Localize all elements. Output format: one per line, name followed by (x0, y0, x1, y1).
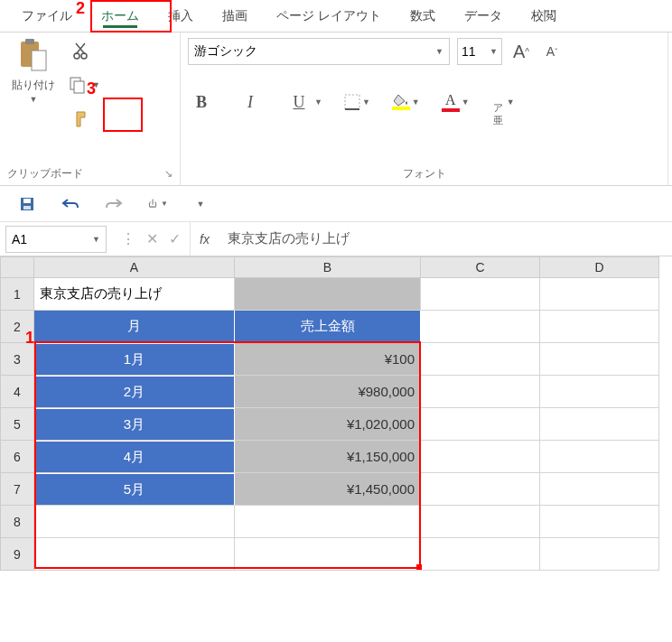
cancel-icon[interactable]: ✕ (146, 230, 158, 247)
cell-A1[interactable]: 東京支店の売り上げ (34, 278, 235, 311)
tab-insert[interactable]: 挿入 (154, 3, 208, 30)
cell-C7[interactable] (421, 473, 540, 506)
cell-B4[interactable]: ¥980,000 (235, 376, 421, 408)
cell-A5[interactable]: 3月 (34, 408, 235, 441)
border-button[interactable]: ▼ (344, 94, 370, 110)
cell-C4[interactable] (421, 376, 540, 408)
chevron-down-icon[interactable]: ▼ (314, 98, 322, 107)
cell-A8[interactable] (34, 506, 235, 538)
cell-D3[interactable] (540, 343, 659, 376)
redo-button[interactable] (103, 193, 125, 215)
svg-rect-6 (74, 81, 84, 93)
tab-draw[interactable]: 描画 (208, 3, 262, 30)
increase-font-button[interactable]: A^ (509, 40, 533, 63)
row-header-9[interactable]: 9 (0, 538, 34, 571)
accept-icon[interactable]: ✓ (169, 230, 181, 247)
cell-C2[interactable] (421, 311, 540, 343)
cell-D2[interactable] (540, 311, 659, 343)
cell-C1[interactable] (421, 278, 540, 311)
phonetic-icon: ア亜 (491, 97, 505, 108)
svg-rect-11 (23, 206, 31, 209)
cell-C8[interactable] (421, 506, 540, 538)
border-icon (344, 94, 360, 110)
chevron-down-icon[interactable]: ▼ (507, 98, 515, 107)
chevron-down-icon[interactable]: ▼ (412, 98, 420, 107)
chevron-down-icon: ▼ (435, 47, 443, 56)
row-header-4[interactable]: 4 (0, 376, 34, 408)
ribbon: 貼り付け ▼ ▼ クリップボード ↘ (0, 33, 672, 186)
tab-file[interactable]: ファイル (7, 3, 87, 30)
font-color-icon: A (442, 92, 460, 112)
cell-A2[interactable]: 月 (34, 311, 235, 343)
bold-button[interactable]: B (188, 88, 215, 116)
cell-B8[interactable] (235, 506, 421, 538)
chevron-down-icon[interactable]: ▼ (362, 98, 370, 107)
cell-B3[interactable]: ¥100 (235, 343, 421, 376)
cell-D7[interactable] (540, 473, 659, 506)
cell-B9[interactable] (235, 538, 421, 571)
cell-A7[interactable]: 5月 (34, 473, 235, 506)
fb-more-icon[interactable]: ⋮ (121, 230, 135, 247)
cell-D6[interactable] (540, 441, 659, 473)
font-name-select[interactable]: 游ゴシック ▼ (188, 38, 450, 65)
chevron-down-icon[interactable]: ▼ (462, 98, 470, 107)
chevron-down-icon: ▼ (490, 47, 498, 56)
cell-D9[interactable] (540, 538, 659, 571)
fill-icon (392, 94, 410, 110)
col-header-B[interactable]: B (235, 256, 421, 278)
select-all-corner[interactable] (0, 256, 34, 278)
row-header-1[interactable]: 1 (0, 278, 34, 311)
cut-button[interactable] (70, 38, 95, 63)
font-color-button[interactable]: A ▼ (442, 92, 470, 112)
cell-C6[interactable] (421, 441, 540, 473)
format-painter-button[interactable] (70, 107, 95, 132)
cell-C5[interactable] (421, 408, 540, 441)
dialog-launcher-icon[interactable]: ↘ (164, 168, 173, 180)
tab-data[interactable]: データ (450, 3, 517, 30)
cell-D1[interactable] (540, 278, 659, 311)
cell-B7[interactable]: ¥1,450,000 (235, 473, 421, 506)
cell-B5[interactable]: ¥1,020,000 (235, 408, 421, 441)
row-header-3[interactable]: 3 (0, 343, 34, 376)
tab-formulas[interactable]: 数式 (396, 3, 450, 30)
cell-D8[interactable] (540, 506, 659, 538)
cell-D4[interactable] (540, 376, 659, 408)
tab-review[interactable]: 校閲 (517, 3, 571, 30)
save-button[interactable] (16, 193, 38, 215)
cell-B6[interactable]: ¥1,150,000 (235, 441, 421, 473)
cell-A3[interactable]: 1月 (34, 343, 235, 376)
cell-A6[interactable]: 4月 (34, 441, 235, 473)
tab-home[interactable]: ホーム (87, 3, 154, 30)
row-header-7[interactable]: 7 (0, 473, 34, 506)
underline-button[interactable]: U ▼ (285, 88, 322, 116)
col-header-C[interactable]: C (421, 256, 540, 278)
cell-C9[interactable] (421, 538, 540, 571)
row-header-6[interactable]: 6 (0, 441, 34, 473)
decrease-font-button[interactable]: Aˇ (540, 40, 564, 63)
font-size-select[interactable]: 11 ▼ (457, 38, 502, 65)
phonetic-button[interactable]: ア亜 ▼ (491, 97, 515, 108)
cell-B2[interactable]: 売上金額 (235, 311, 421, 343)
cell-A9[interactable] (34, 538, 235, 571)
fx-label[interactable]: fx (191, 232, 219, 247)
formula-input[interactable]: 東京支店の売り上げ (219, 222, 672, 256)
underline-icon: U (285, 88, 313, 116)
cell-A4[interactable]: 2月 (34, 376, 235, 408)
touch-mode-button[interactable]: ▼ (146, 193, 168, 215)
cell-D5[interactable] (540, 408, 659, 441)
col-header-A[interactable]: A (34, 256, 235, 278)
fill-color-swatch (392, 107, 410, 110)
italic-button[interactable]: I (237, 88, 264, 116)
fill-color-button[interactable]: ▼ (392, 94, 420, 110)
qat-customize-button[interactable]: ▼ (190, 193, 211, 215)
chevron-down-icon[interactable]: ▼ (30, 95, 38, 104)
cell-B1[interactable] (235, 278, 421, 311)
row-header-8[interactable]: 8 (0, 506, 34, 538)
paste-button[interactable]: 貼り付け ▼ (7, 38, 60, 104)
row-header-5[interactable]: 5 (0, 408, 34, 441)
tab-page-layout[interactable]: ページ レイアウト (262, 3, 396, 30)
undo-button[interactable] (60, 193, 81, 215)
col-header-D[interactable]: D (540, 256, 659, 278)
cell-C3[interactable] (421, 343, 540, 376)
name-box[interactable]: A1 ▼ (5, 226, 107, 253)
